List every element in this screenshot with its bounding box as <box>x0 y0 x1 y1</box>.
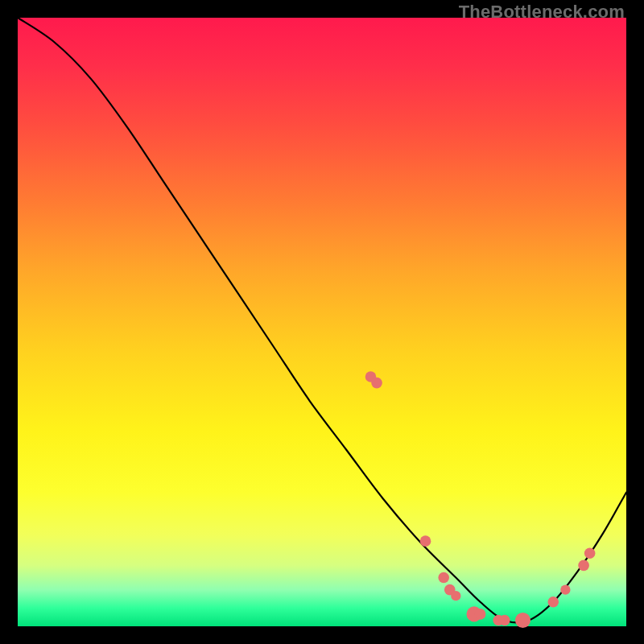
curve-marker-dot <box>499 615 510 626</box>
curve-marker-dot <box>560 585 570 595</box>
curve-marker-dot <box>420 535 431 547</box>
curve-marker-dot <box>451 591 460 601</box>
curve-marker-dot <box>547 597 559 608</box>
chart-plot-area <box>18 18 626 626</box>
curve-marker-dot <box>584 547 596 559</box>
curve-marker-dot <box>515 613 530 628</box>
chart-svg <box>18 18 626 626</box>
curve-marker-dot <box>578 560 589 572</box>
curve-marker-dot <box>475 609 486 620</box>
curve-marker-pill <box>383 395 395 419</box>
curve-marker-pill <box>395 444 407 480</box>
curve-marker-pill <box>407 493 419 529</box>
bottleneck-curve-line <box>18 18 626 622</box>
curve-marker-dot <box>438 572 449 584</box>
curve-markers-group <box>365 371 596 628</box>
curve-marker-dot <box>371 378 382 389</box>
